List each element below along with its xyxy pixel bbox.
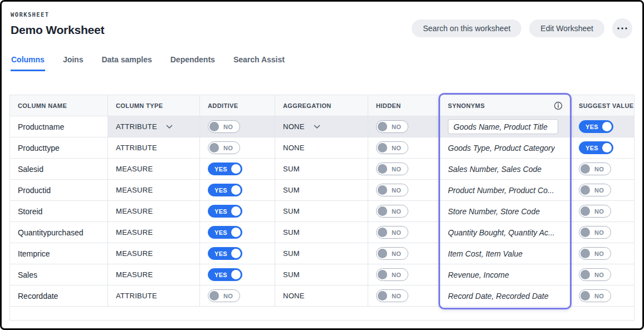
suggest-values-cell: YES [571, 137, 634, 158]
additive-toggle-label: NO [223, 124, 233, 130]
suggest-values-cell: NO [571, 159, 634, 179]
hidden-toggle[interactable]: NO [376, 141, 408, 154]
synonyms-cell[interactable]: Goods Type, Product Category [440, 137, 571, 158]
synonyms-cell[interactable]: Item Cost, Item Value [440, 243, 571, 264]
columns-table-wrap: COLUMN NAMECOLUMN TYPEADDITIVEAGGREGATIO… [9, 95, 635, 321]
tab-dependents[interactable]: Dependents [170, 55, 216, 71]
column-type-cell[interactable]: ATTRIBUTE [108, 285, 200, 306]
synonyms-cell[interactable]: Goods Name, Product Title [440, 116, 571, 137]
column-type-dropdown[interactable] [166, 125, 173, 129]
hidden-toggle-label: NO [392, 229, 401, 236]
suggest-values-toggle[interactable]: NO [579, 268, 611, 281]
additive-toggle[interactable]: YES [208, 268, 242, 281]
hidden-toggle-knob [378, 122, 387, 131]
suggest-values-toggle-knob [580, 206, 590, 216]
additive-cell: YES [200, 264, 275, 285]
additive-toggle[interactable]: NO [208, 141, 240, 154]
column-type-cell[interactable]: MEASURE [108, 159, 200, 179]
hidden-toggle[interactable]: NO [376, 184, 408, 196]
column-type-cell[interactable]: MEASURE [108, 201, 200, 221]
info-icon[interactable] [554, 101, 563, 110]
column-type-cell[interactable]: MEASURE [108, 243, 200, 264]
column-type-text: ATTRIBUTE [116, 144, 157, 152]
search-on-worksheet-button[interactable]: Search on this worksheet [412, 19, 521, 37]
hidden-toggle[interactable]: NO [376, 268, 408, 281]
column-type-text: MEASURE [116, 270, 153, 279]
column-name-cell: Recorddate [10, 285, 108, 306]
suggest-values-toggle[interactable]: NO [579, 184, 611, 196]
column-type-cell[interactable]: MEASURE [108, 264, 200, 285]
aggregation-cell[interactable]: SUM [275, 243, 368, 264]
header-additive-label: ADDITIVE [208, 102, 238, 109]
hidden-toggle[interactable]: NO [376, 120, 408, 133]
aggregation-cell[interactable]: SUM [275, 222, 368, 243]
hidden-toggle-knob [378, 249, 387, 258]
aggregation-cell[interactable]: SUM [275, 264, 368, 285]
aggregation-cell[interactable]: SUM [275, 201, 368, 221]
column-name-cell: Itemprice [10, 243, 108, 264]
suggest-values-toggle[interactable]: NO [579, 247, 611, 260]
additive-toggle[interactable]: YES [208, 247, 242, 260]
additive-toggle[interactable]: NO [208, 120, 240, 133]
additive-toggle[interactable]: YES [208, 162, 242, 175]
column-type-text: ATTRIBUTE [116, 122, 157, 131]
suggest-values-toggle-knob [602, 143, 612, 152]
additive-toggle[interactable]: YES [208, 205, 242, 218]
aggregation-cell[interactable]: NONE [275, 137, 368, 158]
suggest-values-toggle[interactable]: NO [579, 226, 611, 239]
suggest-values-toggle-knob [580, 185, 590, 195]
more-options-button[interactable] [612, 18, 632, 38]
column-type-cell[interactable]: MEASURE [108, 180, 200, 200]
synonyms-cell[interactable]: Record Date, Recorded Date [440, 285, 571, 306]
column-name-text: Productname [18, 122, 64, 131]
column-type-cell[interactable]: ATTRIBUTE [108, 116, 200, 137]
hidden-toggle[interactable]: NO [376, 247, 408, 260]
column-type-text: MEASURE [116, 165, 153, 173]
suggest-values-toggle[interactable]: NO [579, 289, 611, 302]
synonyms-cell[interactable]: Revenue, Income [440, 264, 571, 285]
hidden-toggle[interactable]: NO [376, 205, 408, 218]
tab-joins[interactable]: Joins [62, 55, 84, 71]
synonyms-cell[interactable]: Store Number, Store Code [440, 201, 571, 221]
tab-data-samples[interactable]: Data samples [101, 55, 152, 71]
synonyms-input[interactable]: Goods Name, Product Title [448, 119, 558, 134]
aggregation-cell[interactable]: NONE [275, 116, 368, 137]
edit-worksheet-button[interactable]: Edit Worksheet [529, 19, 604, 37]
worksheet-window: WORKSHEET Demo Worksheet Search on this … [0, 0, 644, 330]
hidden-toggle[interactable]: NO [376, 226, 408, 239]
suggest-values-toggle[interactable]: NO [579, 205, 611, 218]
aggregation-cell[interactable]: SUM [275, 159, 368, 179]
synonyms-cell[interactable]: Sales Number, Sales Code [440, 159, 571, 179]
synonyms-cell[interactable]: Quantity Bought, Quantity Ac... [440, 222, 571, 243]
hidden-cell: NO [368, 201, 440, 221]
hidden-toggle-knob [378, 291, 387, 301]
suggest-values-toggle[interactable]: NO [579, 162, 611, 175]
suggest-values-toggle[interactable]: YES [579, 141, 613, 154]
additive-cell: YES [200, 222, 275, 243]
hidden-cell: NO [368, 159, 440, 179]
additive-toggle[interactable]: YES [208, 184, 242, 196]
header-aggregation-label: AGGREGATION [283, 102, 331, 109]
hidden-toggle-label: NO [392, 208, 401, 215]
suggest-values-toggle[interactable]: YES [579, 120, 613, 133]
suggest-values-toggle-knob [580, 228, 590, 237]
suggest-values-toggle-label: NO [594, 166, 604, 173]
aggregation-cell[interactable]: SUM [275, 180, 368, 200]
hidden-toggle[interactable]: NO [376, 162, 408, 175]
tab-columns[interactable]: Columns [11, 55, 45, 71]
aggregation-cell[interactable]: NONE [275, 285, 368, 306]
column-name-text: Itemprice [18, 249, 50, 258]
hidden-toggle-label: NO [392, 250, 401, 257]
hidden-toggle[interactable]: NO [376, 289, 408, 302]
hidden-toggle-label: NO [392, 166, 401, 173]
hidden-cell: NO [368, 222, 440, 243]
additive-toggle[interactable]: NO [208, 289, 240, 302]
column-type-cell[interactable]: ATTRIBUTE [108, 137, 200, 158]
additive-toggle[interactable]: YES [208, 226, 242, 239]
column-type-cell[interactable]: MEASURE [108, 222, 200, 243]
synonyms-cell[interactable]: Product Number, Product Co... [440, 180, 571, 200]
aggregation-dropdown[interactable] [314, 125, 320, 129]
worksheet-eyebrow-label: WORKSHEET [11, 11, 632, 18]
column-name-text: Recorddate [18, 292, 58, 301]
tab-search-assist[interactable]: Search Assist [233, 55, 285, 71]
